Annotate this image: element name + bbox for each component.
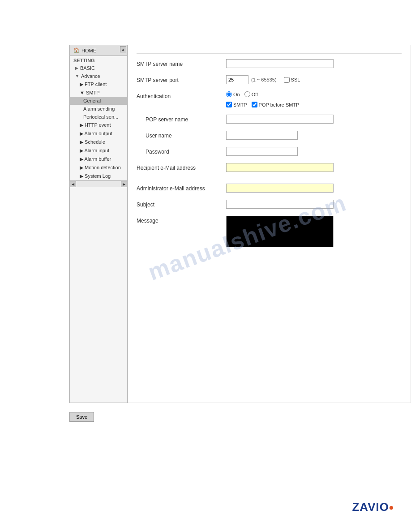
smtp-arrow-icon: ▼ — [80, 90, 85, 95]
sidebar-item-schedule[interactable]: ▶ Schedule — [70, 138, 127, 146]
basic-label: BASIC — [80, 65, 95, 71]
alarm-sending-label: Alarm sending — [83, 106, 115, 112]
user-name-label: User name — [137, 131, 226, 139]
subject-label: Subject — [137, 200, 226, 208]
setting-label: SETTING — [70, 56, 127, 64]
home-icon: 🏠 — [73, 47, 80, 53]
auth-off-radio[interactable] — [244, 91, 250, 97]
sidebar-item-smtp[interactable]: ▼ SMTP — [70, 89, 127, 97]
admin-email-input[interactable] — [226, 184, 334, 193]
pop-before-smtp-checkbox[interactable] — [252, 102, 257, 107]
message-row: Message — [137, 214, 402, 249]
sidebar-item-alarm-output[interactable]: ▶ Alarm output — [70, 129, 127, 138]
schedule-arrow-icon: ▶ — [80, 139, 83, 145]
top-divider — [137, 53, 402, 54]
sidebar-item-system-log[interactable]: ▶ System Log — [70, 172, 127, 180]
smtp-server-name-input[interactable] — [226, 59, 334, 68]
zavio-logo: ZAVIO — [352, 500, 393, 514]
scroll-right-btn[interactable]: ▶ — [121, 181, 127, 187]
home-label: HOME — [81, 48, 96, 53]
sidebar-item-general[interactable]: General — [70, 97, 127, 105]
general-label: General — [83, 98, 101, 103]
recipient-email-input[interactable] — [226, 163, 334, 172]
save-button[interactable]: Save — [69, 412, 94, 422]
sidebar-item-alarm-sending[interactable]: Alarm sending — [70, 105, 127, 113]
user-name-input[interactable] — [226, 131, 298, 140]
smtp-checkbox-label[interactable]: SMTP — [226, 102, 247, 107]
password-controls — [226, 147, 402, 156]
sidebar-item-periodical-sending[interactable]: Periodical sen... — [70, 113, 127, 121]
ssl-checkbox[interactable] — [284, 77, 290, 83]
smtp-server-name-label: SMTP server name — [137, 59, 226, 67]
password-input[interactable] — [226, 147, 298, 156]
system-log-label: System Log — [85, 173, 111, 179]
message-label: Message — [137, 216, 226, 224]
main-content: SMTP server name SMTP server port (1 ~ 6… — [128, 45, 411, 403]
alarm-input-arrow-icon: ▶ — [80, 148, 83, 153]
auth-radio-group: On Off — [226, 91, 258, 97]
user-name-row: User name — [137, 129, 402, 142]
password-label: Password — [137, 147, 226, 155]
user-name-controls — [226, 131, 402, 140]
authentication-controls: On Off SMTP POP before SMTP — [226, 91, 402, 107]
authentication-row: Authentication On Off SMTP — [137, 90, 402, 109]
ftp-arrow-icon: ▶ — [80, 82, 83, 87]
advance-arrow-icon: ▼ — [75, 74, 79, 78]
auth-on-radio[interactable] — [226, 91, 232, 97]
message-textarea[interactable] — [226, 216, 334, 247]
smtp-server-name-controls — [226, 59, 402, 68]
admin-email-row: Administrator e-Mail address — [137, 182, 402, 194]
schedule-label: Schedule — [85, 139, 105, 145]
recipient-email-controls — [226, 163, 402, 172]
sidebar-home[interactable]: 🏠 HOME ▲ — [70, 45, 127, 56]
basic-arrow-icon: ▶ — [75, 66, 78, 70]
auth-off-label[interactable]: Off — [244, 91, 258, 97]
auth-method-group: SMTP POP before SMTP — [226, 102, 402, 107]
sidebar-item-advance[interactable]: ▼ Advance — [70, 72, 127, 80]
smtp-server-port-label: SMTP server port — [137, 75, 226, 83]
authentication-label: Authentication — [137, 91, 226, 99]
advance-label: Advance — [81, 73, 100, 79]
recipient-email-row: Recipient e-Mail address — [137, 161, 402, 174]
http-event-arrow-icon: ▶ — [80, 122, 83, 128]
admin-email-label: Administrator e-Mail address — [137, 184, 226, 192]
pop-server-name-controls — [226, 115, 402, 124]
smtp-server-port-input[interactable] — [226, 75, 248, 84]
admin-email-controls — [226, 184, 402, 193]
alarm-input-label: Alarm input — [84, 148, 109, 153]
scroll-track — [76, 181, 121, 187]
sidebar-item-ftp-client[interactable]: ▶ FTP client — [70, 80, 127, 89]
password-row: Password — [137, 145, 402, 158]
pop-before-smtp-label[interactable]: POP before SMTP — [252, 102, 300, 107]
alarm-output-label: Alarm output — [84, 131, 112, 136]
smtp-server-port-controls: (1 ~ 65535) SSL — [226, 75, 402, 84]
message-controls — [226, 216, 402, 247]
sidebar-item-http-event[interactable]: ▶ HTTP event — [70, 121, 127, 129]
sidebar-item-alarm-input[interactable]: ▶ Alarm input — [70, 146, 127, 155]
pop-server-name-row: POP server name — [137, 113, 402, 125]
zavio-text: ZAVIO — [352, 500, 389, 514]
ftp-client-label: FTP client — [85, 82, 107, 87]
sidebar: 🏠 HOME ▲ SETTING ▶ BASIC ▼ Advance ▶ FTP… — [69, 45, 128, 403]
subject-input[interactable] — [226, 200, 334, 209]
smtp-checkbox[interactable] — [226, 102, 232, 107]
periodical-sending-label: Periodical sen... — [83, 114, 118, 120]
sidebar-scroll-up[interactable]: ▲ — [120, 46, 126, 52]
pop-server-name-input[interactable] — [226, 115, 334, 124]
ssl-label[interactable]: SSL — [284, 77, 300, 83]
subject-controls — [226, 200, 402, 209]
sidebar-item-motion-detection[interactable]: ▶ Motion detection — [70, 163, 127, 172]
sidebar-item-alarm-buffer[interactable]: ▶ Alarm buffer — [70, 155, 127, 163]
smtp-server-name-row: SMTP server name — [137, 57, 402, 70]
alarm-buffer-arrow-icon: ▶ — [80, 156, 83, 162]
alarm-output-arrow-icon: ▶ — [80, 131, 83, 136]
system-log-arrow-icon: ▶ — [80, 173, 83, 179]
sidebar-item-basic[interactable]: ▶ BASIC — [70, 64, 127, 72]
pop-server-name-label: POP server name — [137, 115, 226, 123]
sidebar-scrollbar[interactable]: ◀ ▶ — [70, 180, 127, 187]
smtp-label: SMTP — [86, 90, 100, 95]
scroll-left-btn[interactable]: ◀ — [70, 181, 76, 187]
alarm-buffer-label: Alarm buffer — [84, 156, 111, 162]
auth-on-label[interactable]: On — [226, 91, 240, 97]
motion-detection-arrow-icon: ▶ — [80, 165, 83, 170]
